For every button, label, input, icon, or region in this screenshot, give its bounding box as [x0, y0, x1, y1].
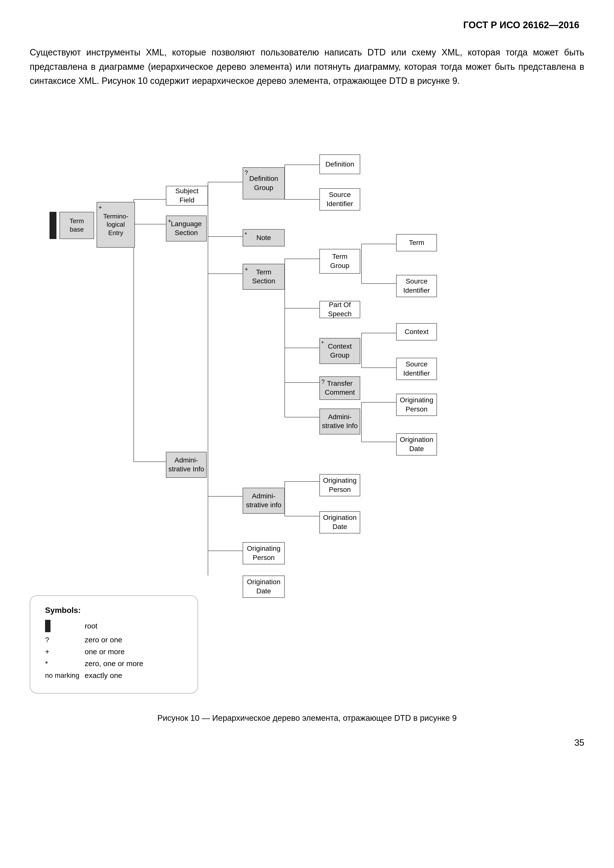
legend-row-one-or-more: + one or more [45, 648, 183, 656]
note-node: * Note [242, 229, 285, 246]
subject-field-node: Subject Field [166, 186, 208, 206]
legend-title: Symbols: [45, 606, 183, 615]
term-section-node: + Term Section [242, 264, 285, 290]
page-header: ГОСТ Р ИСО 26162—2016 [30, 20, 584, 31]
one-or-more-desc: one or more [85, 648, 125, 656]
asterisk-symbol: * [45, 659, 85, 668]
no-marking-symbol: no marking [45, 671, 85, 679]
originating-person-1-node: Originating Person [396, 394, 437, 416]
originating-person-3-node: Originating Person [242, 542, 285, 564]
page-number: 35 [30, 738, 584, 748]
administrative-info-2-node: Admini- strative info [242, 488, 285, 514]
part-of-speech-node: Part Of Speech [319, 301, 360, 318]
source-identifier-3-node: Source Identifier [396, 358, 437, 380]
definition-group-node: ? Definition Group [242, 167, 285, 200]
source-identifier-1-node: Source Identifier [319, 188, 360, 211]
legend-row-exactly-one: no marking exactly one [45, 671, 183, 680]
terminological-entry-node: + Termino- logical Entry [96, 202, 135, 248]
legend-row-zero-one-more: * zero, one or more [45, 659, 183, 668]
diagram-lines [35, 105, 579, 575]
transfer-comment-node: ? Transfer Comment [319, 377, 360, 400]
legend: Symbols: root ? zero or one + one or mor… [30, 595, 198, 694]
context-group-node: * Context Group [319, 338, 360, 364]
figure-caption: Рисунок 10 — Иерархическое дерево элемен… [30, 713, 584, 723]
legend-row-zero-or-one: ? zero or one [45, 636, 183, 644]
context-node: Context [396, 323, 437, 341]
term-node: Term [396, 234, 437, 251]
zero-one-more-desc: zero, one or more [85, 659, 143, 668]
source-identifier-2-node: Source Identifier [396, 275, 437, 297]
administrative-info-3-node: Admini- strative Info [166, 452, 207, 478]
intro-paragraph: Существуют инструменты XML, которые позв… [30, 45, 584, 88]
root-symbol [45, 620, 85, 632]
originating-person-2-node: Originating Person [319, 474, 360, 496]
exactly-one-desc: exactly one [85, 671, 122, 680]
plus-symbol: + [45, 648, 85, 656]
root-node [50, 212, 56, 239]
origination-date-3-node: Origination Date [242, 575, 285, 598]
diagram-container: Term base + Termino- logical Entry Subje… [35, 105, 579, 575]
question-symbol: ? [45, 636, 85, 644]
origination-date-1-node: Origination Date [396, 433, 437, 456]
root-desc: root [85, 622, 98, 630]
termbase-node: Term base [59, 212, 94, 239]
origination-date-2-node: Origination Date [319, 511, 360, 533]
administrative-info-1-node: Admini- strative Info [319, 409, 360, 434]
language-section-node: + Language Section [166, 215, 207, 242]
definition-node: Definition [319, 154, 360, 174]
term-group-node: Term Group [319, 249, 360, 274]
zero-or-one-desc: zero or one [85, 636, 122, 644]
legend-row-root: root [45, 620, 183, 632]
